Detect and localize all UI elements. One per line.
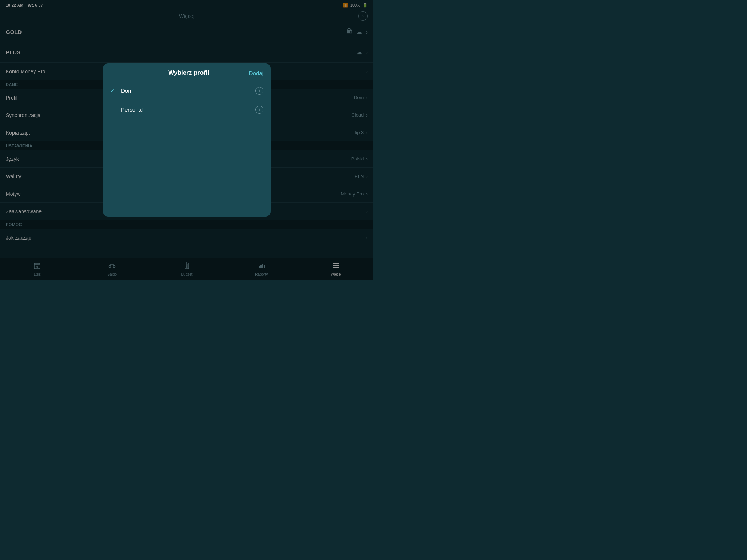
dom-check-icon: ✓ (110, 87, 119, 94)
dom-info-button[interactable]: i (255, 87, 263, 95)
personal-info-icon: i (259, 107, 260, 112)
personal-profile-name: Personal (119, 106, 255, 113)
profile-dom-item[interactable]: ✓ Dom i (103, 81, 271, 100)
modal-body: ✓ Dom i ✓ Personal i (103, 81, 271, 119)
app-container: 10:22 AM Wt. 6.07 📶 100% 🔋 Więcej ? GOLD… (0, 0, 374, 280)
profile-personal-item[interactable]: ✓ Personal i (103, 100, 271, 119)
modal-title: Wybierz profil (128, 69, 249, 77)
modal-header: Wybierz profil Dodaj (103, 63, 271, 81)
modal-overlay[interactable]: Wybierz profil Dodaj ✓ Dom i ✓ Personal (0, 0, 374, 280)
modal-add-button[interactable]: Dodaj (249, 70, 263, 76)
personal-check-icon: ✓ (110, 106, 119, 113)
dom-profile-name: Dom (119, 88, 255, 94)
profile-select-modal: Wybierz profil Dodaj ✓ Dom i ✓ Personal (103, 63, 271, 217)
personal-info-button[interactable]: i (255, 106, 263, 114)
dom-info-icon: i (259, 88, 260, 93)
